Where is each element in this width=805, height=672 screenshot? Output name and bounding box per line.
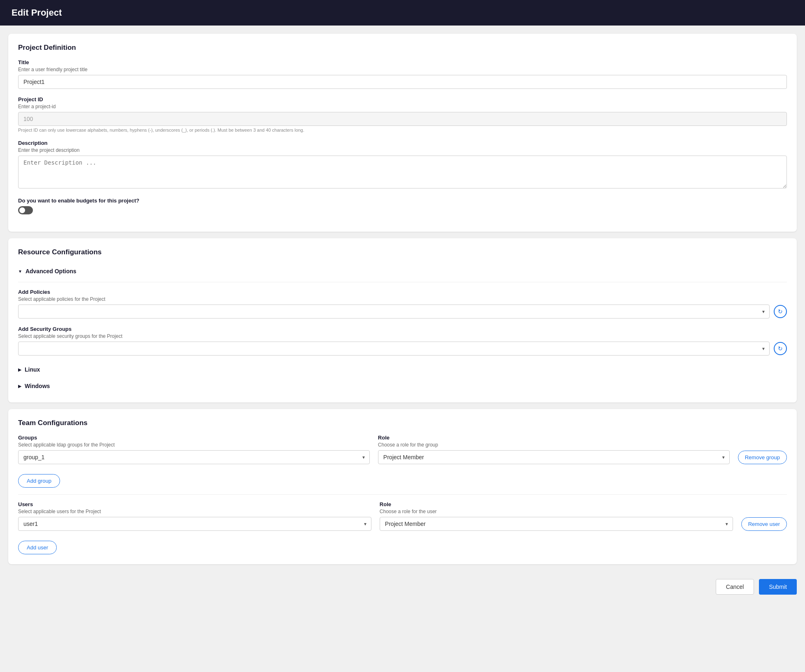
title-field-group: Title Enter a user friendly project titl… (18, 59, 787, 89)
policies-select-wrapper (18, 305, 770, 319)
team-section-divider (18, 494, 787, 495)
budget-field-group: Do you want to enable budgets for this p… (18, 198, 787, 214)
group-role-select[interactable]: Project Member Project Admin Project Vie… (378, 450, 730, 464)
security-groups-select[interactable] (18, 342, 770, 356)
budget-label: Do you want to enable budgets for this p… (18, 198, 787, 204)
groups-label: Groups (18, 435, 370, 441)
title-label: Title (18, 59, 787, 65)
remove-group-action: Remove group (738, 451, 787, 464)
windows-section: ▶ Windows (18, 379, 787, 393)
users-select-wrapper: user1 (18, 517, 371, 531)
groups-select[interactable]: group_1 (18, 450, 370, 464)
team-configurations-card: Team Configurations Groups Select applic… (8, 409, 797, 564)
cancel-button[interactable]: Cancel (716, 579, 754, 595)
security-groups-refresh-icon: ↻ (778, 345, 783, 352)
project-id-field-group: Project ID Enter a project-id Project ID… (18, 96, 787, 133)
add-policies-row: ↻ (18, 305, 787, 319)
groups-select-wrapper: group_1 (18, 450, 370, 464)
policies-refresh-button[interactable]: ↻ (774, 305, 787, 318)
description-field-group: Description Enter the project descriptio… (18, 140, 787, 190)
user-role-label: Role (380, 501, 733, 507)
project-definition-card: Project Definition Title Enter a user fr… (8, 34, 797, 232)
group-role-select-wrapper: Project Member Project Admin Project Vie… (378, 450, 730, 464)
add-security-groups-hint: Select applicable security groups for th… (18, 333, 787, 339)
add-policies-group: Add Policies Select applicable policies … (18, 289, 787, 319)
add-security-groups-row: ↻ (18, 342, 787, 356)
title-input[interactable] (18, 75, 787, 89)
users-select[interactable]: user1 (18, 517, 371, 531)
resource-configurations-title: Resource Configurations (18, 248, 787, 256)
remove-user-action: Remove user (741, 517, 787, 531)
add-user-button[interactable]: Add user (18, 541, 57, 554)
user-role-hint: Choose a role for the user (380, 509, 733, 514)
remove-group-button[interactable]: Remove group (738, 451, 787, 464)
project-definition-title: Project Definition (18, 44, 787, 52)
project-id-input (18, 112, 787, 126)
groups-hint: Select applicable ldap groups for the Pr… (18, 442, 370, 448)
add-security-groups-group: Add Security Groups Select applicable se… (18, 326, 787, 356)
windows-label: Windows (25, 383, 50, 389)
advanced-options-toggle[interactable]: ▼ Advanced Options (18, 264, 787, 279)
description-input[interactable] (18, 156, 787, 188)
page-header: Edit Project (0, 0, 805, 26)
project-id-note: Project ID can only use lowercase alphab… (18, 128, 787, 133)
group-role-hint: Choose a role for the group (378, 442, 730, 448)
advanced-options-label: Advanced Options (26, 268, 77, 274)
linux-arrow: ▶ (18, 367, 21, 372)
linux-toggle[interactable]: ▶ Linux (18, 363, 787, 376)
project-id-label: Project ID (18, 96, 787, 102)
advanced-options-arrow: ▼ (18, 269, 22, 274)
advanced-options-divider (18, 282, 787, 282)
policies-refresh-icon: ↻ (778, 308, 783, 315)
windows-arrow: ▶ (18, 384, 21, 388)
linux-section: ▶ Linux (18, 363, 787, 376)
remove-user-button[interactable]: Remove user (741, 517, 787, 531)
user-role-select-wrapper: Project Member Project Admin Project Vie… (380, 517, 733, 531)
title-hint: Enter a user friendly project title (18, 67, 787, 72)
description-label: Description (18, 140, 787, 146)
users-label: Users (18, 501, 371, 507)
resource-configurations-card: Resource Configurations ▼ Advanced Optio… (8, 238, 797, 402)
page-title: Edit Project (12, 7, 793, 18)
budget-toggle[interactable] (18, 206, 33, 214)
security-groups-select-wrapper (18, 342, 770, 356)
group-role-field: Role Choose a role for the group Project… (378, 435, 730, 464)
team-configurations-title: Team Configurations (18, 419, 787, 427)
policies-select[interactable] (18, 305, 770, 319)
groups-field: Groups Select applicable ldap groups for… (18, 435, 370, 464)
users-field: Users Select applicable users for the Pr… (18, 501, 371, 531)
security-groups-refresh-button[interactable]: ↻ (774, 342, 787, 355)
add-security-groups-label: Add Security Groups (18, 326, 787, 332)
add-group-button[interactable]: Add group (18, 474, 60, 488)
group-role-label: Role (378, 435, 730, 441)
project-id-hint: Enter a project-id (18, 104, 787, 109)
bottom-actions: Cancel Submit (0, 572, 805, 601)
linux-label: Linux (25, 366, 40, 373)
add-policies-hint: Select applicable policies for the Proje… (18, 296, 787, 302)
description-hint: Enter the project description (18, 147, 787, 153)
users-row: Users Select applicable users for the Pr… (18, 501, 787, 531)
user-role-field: Role Choose a role for the user Project … (380, 501, 733, 531)
windows-toggle[interactable]: ▶ Windows (18, 379, 787, 393)
user-role-select[interactable]: Project Member Project Admin Project Vie… (380, 517, 733, 531)
submit-button[interactable]: Submit (759, 579, 797, 595)
add-policies-label: Add Policies (18, 289, 787, 295)
groups-row: Groups Select applicable ldap groups for… (18, 435, 787, 464)
users-hint: Select applicable users for the Project (18, 509, 371, 514)
